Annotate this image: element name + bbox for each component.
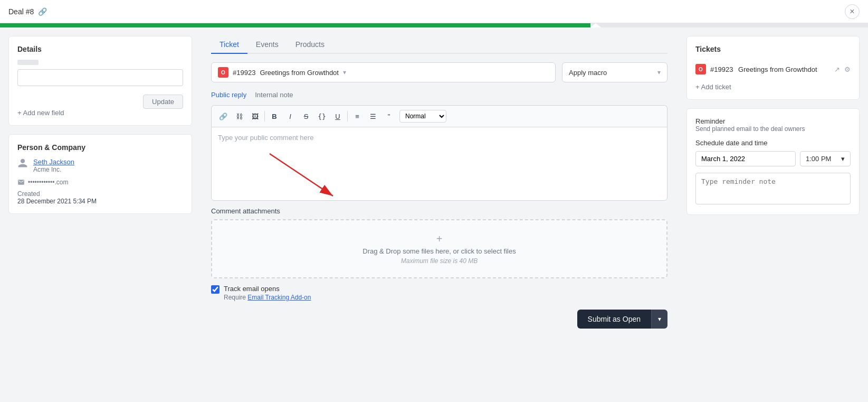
toolbar-sep-2 — [347, 111, 348, 121]
created-label: Created — [17, 190, 183, 198]
created-date: 28 December 2021 5:34 PM — [17, 198, 183, 205]
toolbar-ul-btn[interactable]: ≡ — [350, 109, 365, 124]
format-select[interactable]: Normal Heading 1 Heading 2 Heading 3 — [399, 110, 446, 123]
ticket-list-item: O #19923 Greetings from Growthdot ↗ ⚙ — [695, 60, 851, 79]
header-title-row: Deal #8 🔗 — [8, 7, 47, 16]
schedule-label: Schedule date and time — [695, 139, 851, 147]
details-title: Details — [17, 45, 183, 53]
toolbar-unlink-btn[interactable]: ⛓ — [232, 109, 246, 124]
toolbar-image-btn[interactable]: 🖼 — [247, 109, 262, 124]
ticket-number: #19923 — [233, 69, 255, 77]
person-name[interactable]: Seth Jackson — [33, 158, 74, 166]
close-button[interactable]: × — [845, 4, 860, 19]
tab-ticket[interactable]: Ticket — [211, 36, 247, 54]
macro-label: Apply macro — [569, 69, 653, 77]
tab-events[interactable]: Events — [247, 36, 287, 54]
tickets-title: Tickets — [695, 45, 851, 53]
person-company-panel: Person & Company Seth Jackson Acme Inc. … — [8, 134, 192, 214]
main-tabs: Ticket Events Products — [211, 36, 667, 54]
update-button[interactable]: Update — [143, 95, 183, 109]
drop-zone-subtext: Maximum file size is 40 MB — [225, 257, 654, 265]
editor-toolbar: 🔗 ⛓ 🖼 B I S {} U ≡ ☰ " Normal Heading 1 … — [211, 105, 667, 127]
macro-selector[interactable]: Apply macro ▾ — [562, 62, 667, 82]
email-tracking-link[interactable]: Email Tracking Add-on — [247, 294, 311, 301]
avatar — [17, 158, 28, 170]
progress-empty — [601, 23, 868, 27]
right-ticket-number: #19923 Greetings from Growthdot — [710, 66, 830, 73]
reminder-date-row: 1:00 PM ▾ — [695, 151, 851, 166]
track-email-sublabel: Require Email Tracking Add-on — [224, 294, 311, 301]
progress-bar — [0, 23, 868, 27]
reminder-title: Reminder — [695, 117, 851, 125]
tab-products[interactable]: Products — [287, 36, 333, 54]
toolbar-quote-btn[interactable]: " — [381, 109, 396, 124]
submit-dropdown-button[interactable]: ▾ — [651, 310, 667, 329]
track-email-row: Track email opens Require Email Tracking… — [211, 285, 667, 301]
editor-area[interactable]: Type your public comment here — [211, 127, 667, 201]
tickets-panel: Tickets O #19923 Greetings from Growthdo… — [686, 36, 860, 100]
drop-zone-text: Drag & Drop some files here, or click to… — [225, 247, 654, 255]
ticket-name: Greetings from Growthdot — [260, 69, 339, 77]
track-email-label: Track email opens — [224, 285, 311, 293]
person-company-title: Person & Company — [17, 143, 183, 152]
ticket-selector-row: O #19923 Greetings from Growthdot ▾ Appl… — [211, 62, 667, 82]
toolbar-bold-btn[interactable]: B — [267, 109, 282, 124]
company-name: Acme Inc. — [33, 166, 74, 173]
toolbar-sep-1 — [264, 111, 265, 121]
reminder-note-input[interactable] — [695, 173, 851, 204]
attachments-section: Comment attachments + Drag & Drop some f… — [211, 207, 667, 278]
svg-line-1 — [270, 154, 333, 196]
drop-zone-plus-icon: + — [225, 233, 654, 245]
details-input[interactable] — [17, 69, 183, 86]
reminder-date-input[interactable] — [695, 151, 796, 166]
email-masked: ••••••••••••.com — [28, 179, 68, 186]
ticket-chevron-icon: ▾ — [343, 69, 346, 76]
right-ticket-badge: O — [695, 64, 706, 74]
link-icon[interactable]: 🔗 — [38, 7, 47, 16]
drop-zone[interactable]: + Drag & Drop some files here, or click … — [211, 219, 667, 278]
left-sidebar: Details Update + Add new field Person & … — [0, 27, 201, 402]
toolbar-link-btn[interactable]: 🔗 — [216, 109, 231, 124]
settings-icon[interactable]: ⚙ — [844, 66, 851, 73]
details-panel: Details Update + Add new field — [8, 36, 192, 126]
tab-internal-note[interactable]: Internal note — [255, 91, 293, 100]
ticket-badge: O — [218, 67, 228, 78]
add-ticket-link[interactable]: + Add ticket — [695, 83, 851, 91]
red-arrow — [264, 148, 349, 201]
progress-filled — [0, 23, 590, 27]
attachments-label: Comment attachments — [211, 207, 667, 215]
progress-notch — [590, 23, 601, 27]
editor-placeholder: Type your public comment here — [218, 134, 313, 142]
details-gray-block — [17, 60, 39, 65]
track-email-checkbox[interactable] — [211, 285, 220, 294]
toolbar-code-btn[interactable]: {} — [314, 109, 329, 124]
right-sidebar: Tickets O #19923 Greetings from Growthdo… — [678, 27, 868, 402]
macro-chevron-icon: ▾ — [657, 69, 661, 76]
toolbar-ol-btn[interactable]: ☰ — [366, 109, 380, 124]
submit-row: Submit as Open ▾ — [211, 310, 667, 329]
toolbar-underline-btn[interactable]: U — [330, 109, 345, 124]
email-row: ••••••••••••.com — [17, 179, 183, 186]
submit-button[interactable]: Submit as Open — [577, 310, 651, 329]
reminder-subtitle: Send planned email to the deal owners — [695, 125, 851, 133]
reply-tabs: Public reply Internal note — [211, 91, 667, 100]
tab-public-reply[interactable]: Public reply — [211, 91, 246, 100]
reminder-panel: Reminder Send planned email to the deal … — [686, 108, 860, 215]
external-link-icon[interactable]: ↗ — [834, 66, 840, 73]
ticket-selector[interactable]: O #19923 Greetings from Growthdot ▾ — [211, 62, 556, 82]
deal-title: Deal #8 — [8, 7, 34, 16]
reminder-time-select[interactable]: 1:00 PM ▾ — [800, 151, 851, 166]
toolbar-strike-btn[interactable]: S — [299, 109, 313, 124]
add-field-link[interactable]: + Add new field — [17, 109, 183, 117]
center-content: Ticket Events Products O #19923 Greeting… — [201, 27, 678, 402]
toolbar-italic-btn[interactable]: I — [283, 109, 298, 124]
